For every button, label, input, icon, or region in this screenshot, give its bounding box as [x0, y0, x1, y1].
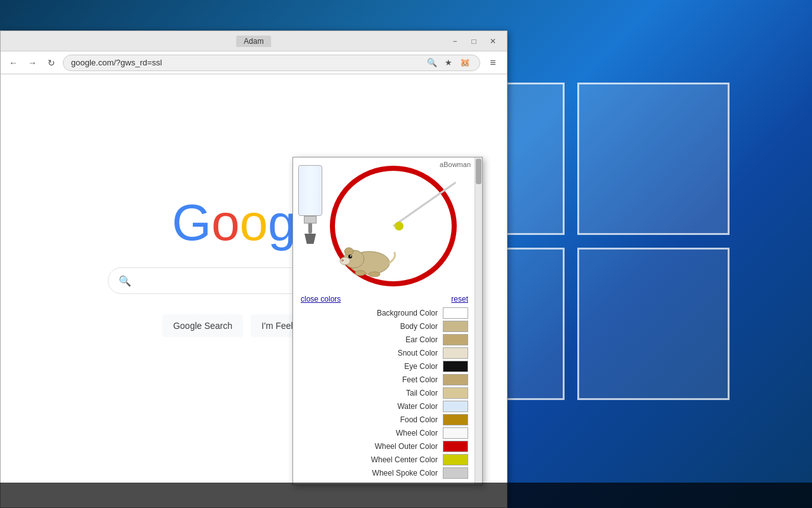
color-row: Body Color [301, 321, 468, 332]
water-bottle [298, 165, 322, 229]
logo-g: G [172, 194, 211, 252]
color-row-label: Background Color [362, 309, 438, 318]
url-input-box[interactable]: google.com/?gws_rd=ssl 🔍 ★ 🐹 [63, 55, 480, 71]
logo-o2: o [240, 194, 268, 252]
color-row-label: Wheel Color [362, 429, 438, 438]
color-row: Feet Color [301, 374, 468, 385]
color-row-label: Snout Color [362, 349, 438, 358]
color-swatch[interactable] [443, 441, 468, 452]
bottle-stand [304, 234, 316, 244]
color-swatch[interactable] [443, 334, 468, 345]
svg-point-7 [355, 271, 365, 276]
color-row-label: Tail Color [362, 389, 438, 398]
hamster-scene: aBowman [293, 157, 476, 291]
taskbar [0, 483, 812, 508]
svg-point-6 [341, 259, 344, 262]
svg-point-5 [350, 255, 351, 257]
svg-point-8 [369, 272, 380, 277]
color-swatch[interactable] [443, 467, 468, 479]
maximize-button[interactable]: □ [465, 35, 483, 48]
search-icon: 🔍 [119, 275, 131, 287]
color-row: Eye Color [301, 361, 468, 372]
svg-point-4 [348, 255, 352, 258]
zoom-button[interactable]: 🔍 [425, 56, 439, 70]
svg-point-2 [344, 248, 353, 255]
color-row-label: Food Color [362, 415, 438, 424]
bookmark-button[interactable]: ★ [442, 56, 455, 70]
color-row: Snout Color [301, 347, 468, 359]
color-rows: Background ColorBody ColorEar ColorSnout… [301, 307, 468, 479]
browser-window: Adam − □ ✕ ← → ↻ google.com/?gws_rd=ssl … [0, 30, 508, 508]
close-button[interactable]: ✕ [484, 35, 502, 48]
color-swatch[interactable] [443, 387, 468, 399]
url-action-icons: 🔍 ★ 🐹 [425, 56, 472, 70]
back-button[interactable]: ← [6, 55, 21, 70]
color-row: Background Color [301, 307, 468, 319]
color-row: Wheel Center Color [301, 454, 468, 465]
color-row-label: Water Color [362, 402, 438, 411]
color-swatch[interactable] [443, 361, 468, 372]
forward-button[interactable]: → [25, 55, 40, 70]
color-row: Tail Color [301, 387, 468, 399]
color-row-label: Body Color [362, 322, 438, 331]
menu-button[interactable]: ≡ [484, 54, 502, 72]
popup-scrollbar[interactable] [475, 157, 482, 485]
color-row-label: Ear Color [362, 335, 438, 344]
window-controls: − □ ✕ [446, 35, 502, 48]
color-row: Ear Color [301, 334, 468, 345]
close-colors-button[interactable]: close colors [301, 295, 341, 304]
color-row-label: Feet Color [362, 375, 438, 384]
wheel-center-dot [395, 222, 403, 231]
color-panel: close colors reset Background ColorBody … [293, 291, 476, 485]
wheel-spoke [393, 182, 456, 227]
hamster-image [336, 239, 400, 279]
url-text: google.com/?gws_rd=ssl [71, 58, 162, 67]
color-row-label: Eye Color [362, 362, 438, 371]
scroll-thumb[interactable] [476, 159, 481, 184]
address-bar: ← → ↻ google.com/?gws_rd=ssl 🔍 ★ 🐹 ≡ [1, 51, 507, 74]
color-swatch[interactable] [443, 347, 468, 359]
color-swatch[interactable] [443, 321, 468, 332]
color-row: Water Color [301, 401, 468, 412]
profile-avatar-button[interactable]: 🐹 [458, 56, 472, 70]
google-search-button[interactable]: Google Search [162, 314, 243, 337]
color-swatch[interactable] [443, 414, 468, 425]
logo-o1: o [211, 194, 240, 252]
color-swatch[interactable] [443, 307, 468, 319]
color-row: Wheel Spoke Color [301, 467, 468, 479]
profile-label: Adam [236, 36, 271, 47]
bottle-spout [308, 224, 312, 234]
color-swatch[interactable] [443, 427, 468, 439]
color-swatch[interactable] [443, 454, 468, 465]
bottle-cap [304, 216, 317, 224]
refresh-button[interactable]: ↻ [44, 55, 59, 70]
color-swatch[interactable] [443, 401, 468, 412]
color-row: Food Color [301, 414, 468, 425]
reset-button[interactable]: reset [451, 295, 468, 304]
color-row-label: Wheel Spoke Color [362, 469, 438, 478]
color-row-label: Wheel Center Color [362, 455, 438, 464]
color-row-label: Wheel Outer Color [362, 442, 438, 451]
color-swatch[interactable] [443, 374, 468, 385]
brand-label: aBowman [440, 161, 471, 168]
color-row: Wheel Color [301, 427, 468, 439]
browser-content: G o o g l e 🔍 Google Search I'm Feeling … [1, 74, 507, 507]
title-bar: Adam − □ ✕ [1, 31, 507, 51]
bottle-body [298, 165, 322, 216]
color-panel-header: close colors reset [301, 295, 468, 304]
color-row: Wheel Outer Color [301, 441, 468, 452]
minimize-button[interactable]: − [446, 35, 464, 48]
hamster-popup: aBowman [292, 157, 483, 485]
